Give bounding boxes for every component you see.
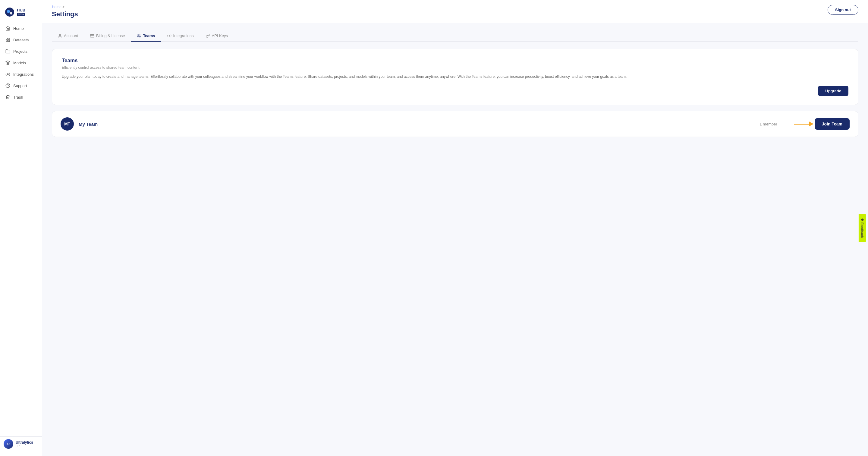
main-content: Home > Settings Sign out Account Billing… [42,0,868,456]
tab-integrations[interactable]: Integrations [161,30,200,41]
tab-account[interactable]: Account [52,30,84,41]
sidebar-logo: HUB BETA [0,5,42,23]
tab-api-keys[interactable]: API Keys [200,30,234,41]
upgrade-button[interactable]: Upgrade [818,86,848,96]
feedback-label: Feedback [861,223,864,238]
user-profile[interactable]: U Ultralytics FREE [0,436,42,451]
sidebar-item-home-label: Home [13,26,24,31]
user-name: Ultralytics [16,440,33,445]
user-plan: FREE [16,445,33,448]
avatar: U [4,439,13,449]
sidebar-item-home[interactable]: Home [2,23,39,34]
join-team-wrapper: Join Team [794,118,849,130]
teams-card-title: Teams [62,58,848,64]
arrow-indicator [794,121,813,126]
ultralytics-logo-icon [5,7,14,17]
sidebar-item-datasets[interactable]: Datasets [2,34,39,45]
card-icon [90,34,94,38]
sidebar-item-trash[interactable]: Trash [2,92,39,103]
integrations-tab-icon [167,34,172,38]
sidebar-item-support-label: Support [13,84,27,88]
sidebar: HUB BETA Home Datasets Projects Models I… [0,0,42,456]
sidebar-item-trash-label: Trash [13,95,23,99]
join-team-button[interactable]: Join Team [815,118,849,130]
home-icon [5,26,10,31]
datasets-icon [5,37,10,42]
tab-api-keys-label: API Keys [212,33,228,38]
tab-integrations-label: Integrations [173,33,194,38]
svg-point-14 [138,34,139,36]
feedback-tab[interactable]: ⊕ Feedback [859,214,866,242]
sidebar-nav: Home Datasets Projects Models Integratio… [0,23,42,436]
svg-rect-6 [8,40,10,41]
svg-marker-7 [6,61,10,63]
team-member-count: 1 member [760,122,777,126]
teams-upgrade-card: Teams Efficiently control access to shar… [52,49,858,105]
tab-teams-label: Teams [143,33,155,38]
team-avatar: MT [61,117,74,131]
svg-point-2 [10,12,12,15]
sidebar-item-support[interactable]: Support [2,80,39,91]
logo-beta-badge: BETA [17,13,25,16]
logo-hub-text: HUB [17,8,25,12]
teams-tab-icon [137,34,141,38]
sign-out-button[interactable]: Sign out [828,5,858,15]
person-icon [58,34,62,38]
svg-point-11 [59,34,61,36]
svg-rect-3 [6,38,7,39]
user-info: Ultralytics FREE [16,440,33,448]
topbar: Home > Settings Sign out [42,0,868,23]
svg-rect-5 [6,40,7,41]
page-title: Settings [52,10,78,18]
teams-card-subtitle: Efficiently control access to shared tea… [62,65,848,70]
sidebar-item-integrations[interactable]: Integrations [2,69,39,80]
key-icon [206,34,210,38]
arrow-head-icon [809,121,813,126]
svg-point-15 [169,35,170,36]
settings-tabs: Account Billing & License Teams Integrat… [52,30,858,41]
page-content: Account Billing & License Teams Integrat… [42,23,868,456]
tab-teams[interactable]: Teams [131,30,161,41]
tab-account-label: Account [64,33,78,38]
team-avatar-initials: MT [64,121,70,126]
sidebar-item-datasets-label: Datasets [13,38,29,42]
integrations-icon [5,72,10,77]
topbar-left: Home > Settings [52,5,78,18]
models-icon [5,60,10,65]
teams-card-description: Upgrade your plan today to create and ma… [62,74,848,80]
breadcrumb-home-link[interactable]: Home [52,5,61,9]
sidebar-item-projects-label: Projects [13,49,27,54]
breadcrumb-separator: > [62,5,64,9]
arrow-line [794,124,809,124]
sidebar-item-models-label: Models [13,61,26,65]
sidebar-item-models[interactable]: Models [2,57,39,68]
svg-point-1 [7,10,10,13]
avatar-initials: U [7,442,10,446]
svg-point-8 [7,74,8,75]
trash-icon [5,95,10,99]
team-name: My Team [79,121,755,127]
svg-rect-12 [90,34,94,37]
team-row: MT My Team 1 member Join Team [52,111,858,137]
breadcrumb: Home > [52,5,78,9]
tab-billing-label: Billing & License [96,33,125,38]
support-icon [5,83,10,88]
svg-rect-4 [8,38,10,39]
sidebar-item-projects[interactable]: Projects [2,46,39,57]
feedback-icon: ⊕ [861,218,864,221]
projects-icon [5,49,10,54]
tab-billing[interactable]: Billing & License [84,30,131,41]
sidebar-item-integrations-label: Integrations [13,72,34,77]
